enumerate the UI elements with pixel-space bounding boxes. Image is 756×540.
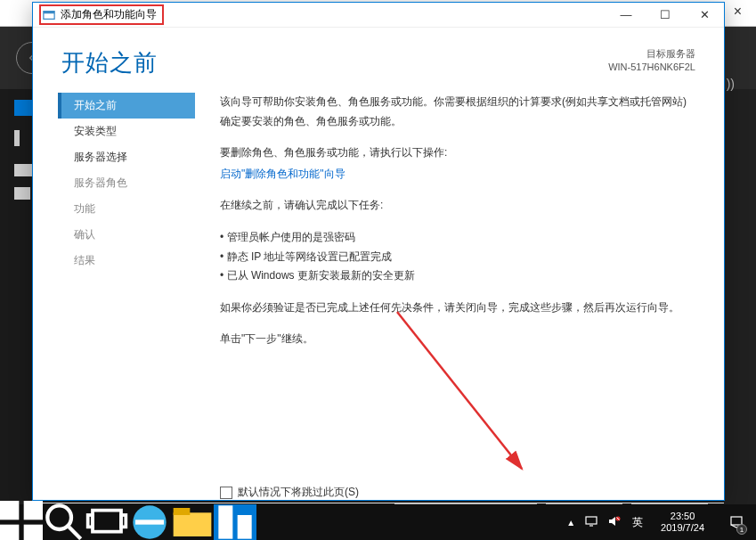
svg-rect-3: [0, 501, 19, 520]
notification-button[interactable]: 1: [720, 504, 752, 540]
svg-rect-6: [24, 525, 43, 540]
clock-time: 23:50: [661, 511, 704, 522]
destination-server-block: 目标服务器 WIN-517H6NK6F2L: [608, 47, 695, 78]
maximize-button[interactable]: ☐: [646, 3, 685, 28]
ie-button[interactable]: [128, 504, 171, 540]
clock-date: 2019/7/24: [661, 522, 704, 534]
svg-rect-16: [238, 515, 252, 539]
wizard-window: 添加角色和功能向导 — ☐ ✕ 开始之前 目标服务器 WIN-517H6NK6F…: [32, 2, 725, 501]
search-button[interactable]: [43, 504, 85, 540]
start-button[interactable]: [0, 504, 43, 540]
nav-confirmation: 确认: [61, 222, 195, 248]
ribbon-tile-4[interactable]: [14, 187, 30, 200]
close-button[interactable]: ✕: [685, 3, 724, 28]
ribbon-tile-2[interactable]: [14, 130, 20, 146]
confirm-tasks-text: 在继续之前，请确认完成以下任务:: [220, 196, 695, 216]
skip-page-row: 默认情况下将跳过此页(S): [220, 483, 695, 503]
nav-installation-type[interactable]: 安装类型: [61, 119, 195, 144]
svg-rect-11: [121, 515, 126, 527]
prereq-bullets: 管理员帐户使用的是强密码 静态 IP 地址等网络设置已配置完成 已从 Windo…: [220, 228, 695, 286]
window-title-highlight: 添加角色和功能向导: [39, 4, 164, 25]
titlebar: 添加角色和功能向导 — ☐ ✕: [33, 3, 724, 28]
bullet-windows-update: 已从 Windows 更新安装最新的安全更新: [220, 266, 695, 286]
window-title: 添加角色和功能向导: [61, 7, 157, 22]
svg-rect-14: [174, 508, 191, 515]
remove-intro: 要删除角色、角色服务或功能，请执行以下操作:: [220, 143, 695, 163]
tray-chevron-icon[interactable]: ▲: [566, 518, 575, 528]
click-next-text: 单击"下一步"继续。: [220, 330, 695, 349]
wizard-icon: [43, 9, 55, 21]
explorer-button[interactable]: [171, 504, 214, 540]
nav-server-roles: 服务器角色: [61, 170, 195, 196]
verify-text: 如果你必须验证是否已完成上述任何先决条件，请关闭向导，完成这些步骤，然后再次运行…: [220, 299, 695, 318]
remove-roles-link[interactable]: 启动"删除角色和功能"向导: [220, 168, 345, 180]
wizard-header: 开始之前 目标服务器 WIN-517H6NK6F2L: [33, 28, 724, 87]
bg-close-icon[interactable]: ×: [734, 4, 742, 20]
svg-rect-9: [93, 511, 121, 532]
network-icon[interactable]: [584, 514, 598, 530]
system-tray: ▲ 英 23:50 2019/7/24 1: [566, 504, 756, 540]
server-manager-button[interactable]: [214, 504, 256, 540]
svg-rect-4: [24, 501, 43, 520]
skip-page-checkbox[interactable]: [220, 487, 232, 499]
nav-results: 结果: [61, 248, 195, 274]
volume-icon[interactable]: [607, 514, 622, 530]
svg-rect-13: [174, 512, 212, 536]
taskbar: ▲ 英 23:50 2019/7/24 1: [0, 504, 756, 540]
svg-rect-10: [88, 515, 93, 527]
bullet-static-ip: 静态 IP 地址等网络设置已配置完成: [220, 248, 695, 267]
clock[interactable]: 23:50 2019/7/24: [654, 511, 711, 534]
dest-label: 目标服务器: [608, 47, 695, 61]
svg-rect-1: [44, 11, 54, 13]
ime-indicator[interactable]: 英: [630, 515, 645, 530]
minimize-button[interactable]: —: [606, 3, 646, 28]
nav-server-selection[interactable]: 服务器选择: [61, 144, 195, 170]
wizard-nav: 开始之前 安装类型 服务器选择 服务器角色 功能 确认 结果: [33, 93, 195, 503]
svg-line-8: [69, 527, 80, 538]
svg-rect-5: [0, 525, 19, 540]
svg-point-7: [47, 505, 71, 529]
svg-rect-17: [586, 517, 597, 524]
wizard-main: 该向导可帮助你安装角色、角色服务或功能。你需要根据组织的计算要求(例如共享文档或…: [195, 93, 724, 503]
skip-page-label[interactable]: 默认情况下将跳过此页(S): [238, 483, 359, 503]
svg-rect-15: [218, 505, 232, 538]
bg-refresh-icon: )): [727, 77, 735, 91]
window-controls: — ☐ ✕: [606, 3, 724, 28]
task-view-button[interactable]: [85, 504, 128, 540]
notification-badge: 1: [736, 524, 747, 535]
nav-before-you-begin[interactable]: 开始之前: [58, 93, 195, 119]
page-title: 开始之前: [61, 47, 158, 78]
bullet-password: 管理员帐户使用的是强密码: [220, 228, 695, 248]
dest-server: WIN-517H6NK6F2L: [608, 61, 695, 74]
ribbon-tile-3[interactable]: [14, 164, 32, 176]
nav-features: 功能: [61, 196, 195, 222]
intro-text: 该向导可帮助你安装角色、角色服务或功能。你需要根据组织的计算要求(例如共享文档或…: [220, 93, 695, 131]
